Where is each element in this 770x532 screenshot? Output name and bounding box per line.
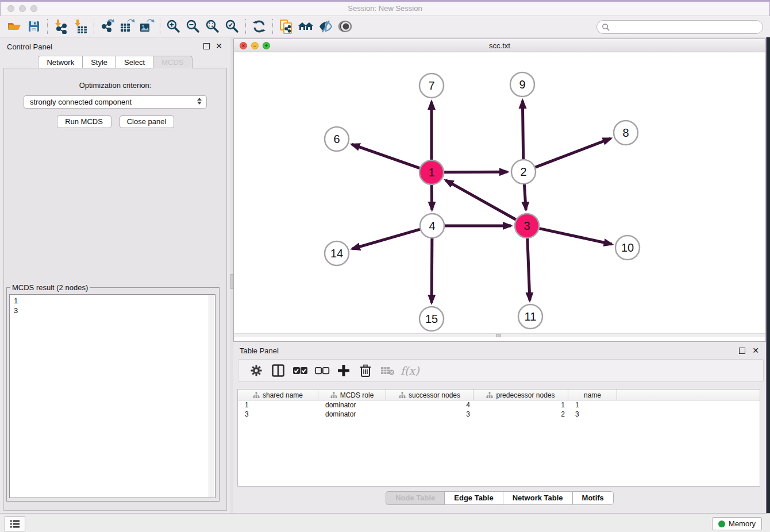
table-cell-shared-name[interactable]: 3: [238, 410, 318, 419]
table-cell-successor-nodes[interactable]: 3: [386, 410, 473, 419]
save-icon: [27, 20, 41, 33]
network-hscrollbar[interactable]: [234, 333, 765, 337]
table-cell-predecessor-nodes[interactable]: 1: [473, 400, 568, 410]
graph-node-14[interactable]: 14: [325, 241, 349, 265]
table-cell-shared-name[interactable]: 1: [238, 400, 318, 410]
show-panel-button[interactable]: [335, 18, 355, 35]
table-settings-button[interactable]: [247, 361, 266, 380]
tab-motifs[interactable]: Motifs: [572, 491, 614, 505]
search-field[interactable]: [596, 20, 763, 34]
column-type-icon: [330, 392, 337, 399]
import-table-button[interactable]: [71, 18, 90, 35]
graph-edge-3-1[interactable]: [445, 180, 515, 220]
tab-network[interactable]: Network: [38, 56, 82, 68]
tab-mcds[interactable]: MCDS: [153, 56, 192, 68]
select-all-rows-button[interactable]: [290, 361, 310, 380]
run-mcds-button[interactable]: Run MCDS: [57, 115, 111, 128]
titlebar: Session: New Session: [0, 2, 770, 16]
memory-button[interactable]: Memory: [712, 517, 762, 530]
import-network-button[interactable]: [51, 18, 71, 35]
graph-node-2[interactable]: 2: [511, 160, 536, 184]
table-cell-predecessor-nodes[interactable]: 2: [473, 410, 568, 419]
graph-node-11[interactable]: 11: [518, 304, 542, 329]
table-panel-float-button[interactable]: [739, 348, 745, 354]
table-cell-name[interactable]: 3: [568, 410, 617, 419]
home-layout-button[interactable]: [296, 18, 315, 35]
graph-edge-4-15[interactable]: [432, 238, 432, 303]
zoom-selected-button[interactable]: [222, 18, 242, 35]
add-column-button[interactable]: [334, 361, 353, 380]
tab-select[interactable]: Select: [116, 56, 153, 68]
export-network-button[interactable]: [98, 18, 117, 35]
network-canvas[interactable]: 7968124314101511: [234, 52, 765, 337]
export-image-button[interactable]: [137, 18, 156, 35]
task-history-button[interactable]: [5, 516, 25, 531]
graph-node-7[interactable]: 7: [419, 74, 444, 98]
show-column-panel-button[interactable]: [268, 361, 288, 380]
graph-edge-3-10[interactable]: [539, 229, 611, 244]
tab-node-table[interactable]: Node Table: [386, 491, 444, 505]
column-header-shared-name[interactable]: shared name: [238, 390, 318, 400]
zoom-in-button[interactable]: [164, 18, 183, 35]
graph-edge-2-8[interactable]: [536, 138, 611, 167]
table-cell-name[interactable]: 1: [568, 400, 617, 410]
table-row[interactable]: 3dominator323: [238, 410, 760, 419]
zoom-in-icon: [166, 19, 181, 34]
close-panel-button[interactable]: Close panel: [120, 115, 174, 128]
graph-edge-4-14[interactable]: [352, 229, 420, 249]
table-cell-mcds-role[interactable]: dominator: [318, 400, 386, 410]
delete-table-button: [378, 361, 397, 380]
table-header-row: shared nameMCDS rolesuccessor nodesprede…: [238, 390, 760, 400]
toolbar-separator: [245, 19, 246, 34]
zoom-fit-button[interactable]: [203, 18, 222, 35]
save-session-button[interactable]: [24, 18, 44, 35]
column-header-predecessor-nodes[interactable]: predecessor nodes: [473, 390, 568, 400]
column-header-successor-nodes[interactable]: successor nodes: [386, 390, 473, 400]
graph-node-8[interactable]: 8: [614, 121, 638, 145]
control-panel-close-button[interactable]: ✕: [215, 43, 222, 49]
delete-column-button[interactable]: [356, 361, 375, 380]
tab-network-table[interactable]: Network Table: [503, 491, 572, 505]
column-type-icon: [399, 392, 406, 399]
network-window-titlebar[interactable]: ✕ − + scc.txt: [234, 39, 765, 52]
tab-edge-table[interactable]: Edge Table: [444, 491, 502, 505]
graph-edge-2-9[interactable]: [522, 101, 523, 159]
zoom-out-button[interactable]: [183, 18, 203, 35]
graph-edge-1-6[interactable]: [352, 144, 419, 168]
mcds-result-scrollbar[interactable]: [209, 295, 214, 497]
table-panel-close-button[interactable]: ✕: [752, 348, 759, 354]
graph-edge-1-2[interactable]: [444, 172, 507, 172]
open-session-button[interactable]: [5, 18, 24, 35]
toolbar-separator: [160, 19, 160, 34]
graph-edge-2-3[interactable]: [524, 184, 526, 210]
zoom-fit-icon: [205, 19, 220, 34]
node-table: shared nameMCDS rolesuccessor nodesprede…: [237, 389, 760, 487]
control-panel-float-button[interactable]: [203, 43, 210, 49]
graph-node-15[interactable]: 15: [419, 307, 444, 331]
search-input[interactable]: [610, 23, 763, 32]
mcds-result-textarea[interactable]: 13: [9, 294, 215, 498]
graph-node-10[interactable]: 10: [615, 236, 640, 260]
column-header-name[interactable]: name: [568, 390, 617, 400]
tab-style[interactable]: Style: [82, 56, 116, 68]
column-header-mcds-role[interactable]: MCDS role: [318, 390, 386, 400]
export-table-button[interactable]: [117, 18, 137, 35]
hide-panel-button[interactable]: [315, 18, 335, 35]
graph-node-9[interactable]: 9: [510, 72, 534, 97]
gear-icon: [250, 364, 263, 377]
graph-edge-3-11[interactable]: [528, 238, 530, 300]
graph-node-3[interactable]: 3: [515, 214, 539, 238]
graph-node-1[interactable]: 1: [419, 160, 444, 184]
deselect-all-rows-button[interactable]: [312, 361, 332, 380]
table-cell-mcds-role[interactable]: dominator: [318, 410, 386, 419]
graph-node-6[interactable]: 6: [325, 127, 349, 151]
optimization-criterion-select[interactable]: strongly connected component: [24, 95, 207, 109]
graph-node-4[interactable]: 4: [420, 214, 444, 238]
clone-network-button[interactable]: [276, 18, 296, 35]
refresh-button[interactable]: [249, 18, 269, 35]
network-window-title: scc.txt: [234, 41, 765, 50]
column-header-label: successor nodes: [409, 391, 460, 399]
hscroll-thumb[interactable]: [496, 334, 501, 337]
table-row[interactable]: 1dominator411: [238, 400, 760, 410]
table-cell-successor-nodes[interactable]: 4: [386, 400, 473, 410]
